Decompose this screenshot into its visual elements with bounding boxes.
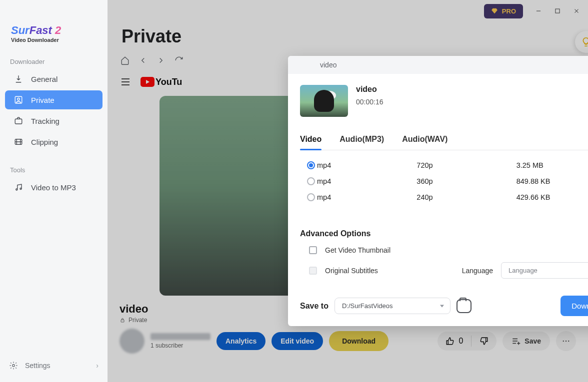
film-icon <box>14 137 23 146</box>
download-dialog: video video 00:00:16 Video Audio(MP3) Au… <box>288 56 588 326</box>
save-path-select[interactable]: D:/SurFastVideos <box>334 298 450 314</box>
sidebar-item-label: Private <box>31 96 54 104</box>
save-to-label: Save to <box>300 302 328 311</box>
tab-audio-wav[interactable]: Audio(WAV) <box>402 130 448 150</box>
tab-video[interactable]: Video <box>300 130 322 150</box>
app-logo: SurFast 2 Video Downloader <box>0 9 108 53</box>
logo-fast: Fast <box>30 24 52 36</box>
thumbnail-checkbox[interactable] <box>309 246 317 254</box>
format-row[interactable]: mp4 360p 849.88 KB <box>300 173 588 189</box>
svg-point-5 <box>20 188 22 190</box>
radio-button[interactable] <box>307 177 315 185</box>
sidebar-item-video-to-mp3[interactable]: Video to MP3 <box>5 178 102 197</box>
format-resolution: 240p <box>416 193 516 201</box>
tab-label: Video <box>300 135 322 143</box>
music-note-icon <box>14 183 23 192</box>
browse-folder-button[interactable] <box>456 299 472 313</box>
download-btn-label: Download <box>572 302 588 310</box>
format-row[interactable]: mp4 720p 3.25 MB <box>300 157 588 173</box>
video-thumbnail <box>300 85 348 117</box>
dialog-video-duration: 00:00:16 <box>356 98 588 106</box>
format-resolution: 720p <box>416 161 516 169</box>
svg-point-1 <box>18 98 20 100</box>
sidebar-item-private[interactable]: Private <box>5 90 102 109</box>
section-tools: Tools <box>0 161 108 177</box>
logo-sur: Sur <box>11 24 30 36</box>
sidebar: SurFast 2 Video Downloader Downloader Ge… <box>0 0 108 382</box>
format-size: 3.25 MB <box>516 161 588 169</box>
main: PRO Private YouTu video <box>108 0 588 382</box>
language-select[interactable]: Language <box>501 262 588 279</box>
svg-point-4 <box>16 189 18 190</box>
radio-button[interactable] <box>307 193 315 201</box>
logo-subtitle: Video Downloader <box>11 37 96 43</box>
sidebar-item-clipping[interactable]: Clipping <box>5 132 102 151</box>
save-path-value: D:/SurFastVideos <box>342 302 393 310</box>
dialog-download-button[interactable]: Download <box>560 296 588 316</box>
sidebar-item-label: Tracking <box>31 117 60 125</box>
svg-rect-2 <box>15 119 22 124</box>
radio-button[interactable] <box>307 161 315 169</box>
gear-icon <box>9 361 18 370</box>
sidebar-item-label: Clipping <box>31 138 58 146</box>
advanced-title: Advanced Options <box>300 229 588 238</box>
language-label: Language <box>462 267 493 275</box>
sidebar-item-general[interactable]: General <box>5 69 102 88</box>
dialog-title: video <box>320 61 336 69</box>
download-icon <box>14 74 23 83</box>
format-row[interactable]: mp4 240p 429.66 KB <box>300 189 588 205</box>
svg-rect-0 <box>15 96 22 103</box>
chevron-right-icon: › <box>96 362 98 370</box>
format-size: 849.88 KB <box>516 177 588 185</box>
briefcase-icon <box>14 116 23 125</box>
subtitles-label: Original Subtitles <box>325 267 378 275</box>
format-size: 429.66 KB <box>516 193 588 201</box>
format-type: mp4 <box>317 193 416 201</box>
section-downloader: Downloader <box>0 53 108 68</box>
format-type: mp4 <box>317 161 416 169</box>
language-value: Language <box>508 267 538 274</box>
sidebar-item-label: General <box>31 75 58 83</box>
format-type: mp4 <box>317 177 416 185</box>
user-box-icon <box>14 95 23 104</box>
thumbnail-label: Get Video Thumbnail <box>325 246 390 254</box>
sidebar-item-label: Video to MP3 <box>31 183 76 192</box>
tab-audio-mp3[interactable]: Audio(MP3) <box>340 130 384 150</box>
subtitles-checkbox[interactable] <box>309 267 317 275</box>
logo-two: 2 <box>55 24 61 36</box>
sidebar-item-tracking[interactable]: Tracking <box>5 111 102 130</box>
dialog-video-name: video <box>356 85 588 94</box>
format-resolution: 360p <box>416 177 516 185</box>
tab-label: Audio(WAV) <box>402 135 448 143</box>
tab-label: Audio(MP3) <box>340 135 384 143</box>
svg-point-6 <box>12 365 15 367</box>
settings-button[interactable]: Settings › <box>0 356 108 375</box>
settings-label: Settings <box>25 362 50 370</box>
